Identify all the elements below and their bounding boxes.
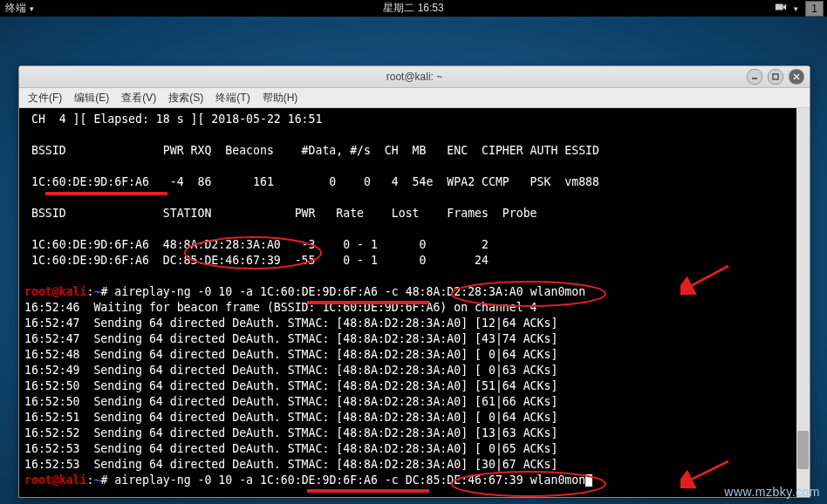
- menu-edit[interactable]: 编辑(E): [74, 91, 109, 106]
- svg-rect-2: [773, 74, 778, 79]
- command-2: aireplay-ng -0 10 -a 1C:60:DE:9D:6F:A6 -…: [114, 473, 585, 487]
- menu-view[interactable]: 查看(V): [121, 91, 156, 106]
- prompt-user: root@kali: [24, 285, 86, 298]
- terminal-content[interactable]: CH 4 ][ Elapsed: 18 s ][ 2018-05-22 16:5…: [19, 108, 796, 497]
- top-panel: 终端 ▾ 星期二 16:53 ▾ 1: [0, 0, 827, 17]
- app-menu-label[interactable]: 终端: [5, 1, 26, 16]
- cursor: [585, 474, 592, 487]
- watermark: www.mzbky.com: [724, 485, 820, 499]
- workspace-indicator[interactable]: 1: [805, 1, 824, 17]
- close-button[interactable]: [789, 69, 804, 85]
- menu-search[interactable]: 搜索(S): [168, 91, 203, 106]
- clock[interactable]: 星期二 16:53: [383, 1, 443, 16]
- dropdown-icon: ▾: [30, 4, 34, 13]
- prompt-user: root@kali: [24, 473, 86, 487]
- caret-icon[interactable]: ▾: [794, 4, 798, 13]
- minimize-button[interactable]: [747, 69, 762, 85]
- scrollbar-thumb[interactable]: [797, 431, 809, 469]
- window-titlebar[interactable]: root@kali: ~: [19, 66, 810, 88]
- menubar: 文件(F) 编辑(E) 查看(V) 搜索(S) 终端(T) 帮助(H): [19, 88, 810, 108]
- command-1: aireplay-ng -0 10 -a 1C:60:DE:9D:6F:A6 -…: [114, 285, 585, 298]
- window-title: root@kali: ~: [386, 71, 443, 83]
- menu-terminal[interactable]: 终端(T): [215, 91, 249, 106]
- menu-file[interactable]: 文件(F): [28, 91, 62, 106]
- svg-rect-0: [776, 4, 783, 10]
- camera-icon[interactable]: [775, 1, 787, 16]
- scrollbar[interactable]: [796, 108, 810, 497]
- maximize-button[interactable]: [768, 69, 783, 85]
- terminal-window: root@kali: ~ 文件(F) 编辑(E) 查看(V) 搜索(S) 终端(…: [18, 65, 810, 498]
- menu-help[interactable]: 帮助(H): [263, 91, 298, 106]
